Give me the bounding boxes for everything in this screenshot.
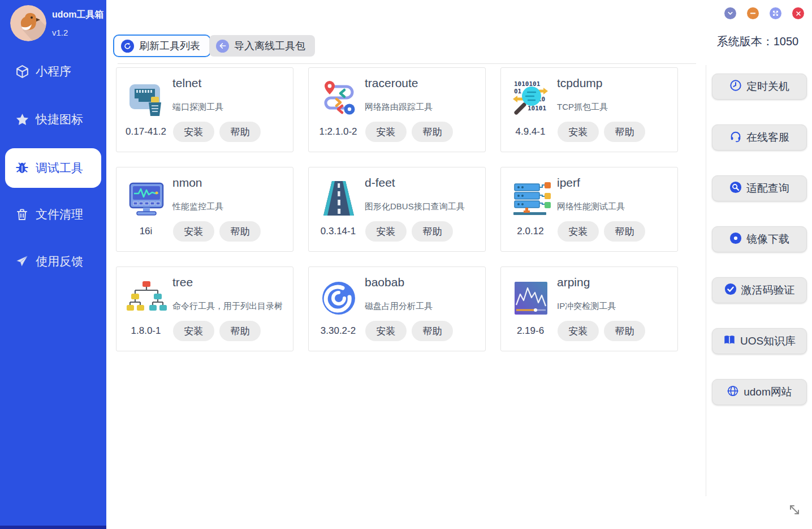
image-download-button[interactable]: 镜像下载: [712, 226, 807, 252]
tool-name: d-feet: [365, 176, 395, 190]
online-support-button[interactable]: 在线客服: [712, 124, 807, 150]
tool-card-dfeet: d-feet 图形化DBUS接口查询工具 0.3.14-1 安装 帮助: [308, 167, 486, 252]
svg-text:1010101: 1010101: [514, 80, 541, 88]
tool-card-nmon: nmon 性能监控工具 16i 安装 帮助: [116, 167, 293, 252]
help-button[interactable]: 帮助: [604, 321, 645, 341]
sidebar-item-file-cleanup[interactable]: 文件清理: [0, 201, 106, 228]
tool-version: 16i: [120, 226, 172, 237]
help-button[interactable]: 帮助: [219, 221, 261, 242]
svg-text:10101: 10101: [528, 105, 546, 112]
import-offline-package-button[interactable]: 导入离线工具包: [209, 35, 315, 57]
help-button[interactable]: 帮助: [412, 221, 453, 242]
tool-version: 1.8.0-1: [120, 325, 172, 337]
install-button[interactable]: 安装: [173, 221, 214, 242]
right-panel-divider: [706, 65, 706, 496]
tool-name: iperf: [557, 176, 580, 190]
sidebar-item-feedback[interactable]: 使用反馈: [0, 248, 106, 275]
tool-description: 端口探测工具: [172, 100, 289, 113]
minimize-icon: [749, 10, 757, 17]
tool-card-traceroute: traceroute 网络路由跟踪工具 1:2.1.0-2 安装 帮助: [308, 67, 486, 152]
help-button[interactable]: 帮助: [604, 221, 645, 242]
telnet-icon: [126, 79, 167, 119]
tool-description: 网络性能测试工具: [557, 200, 673, 213]
install-button[interactable]: 安装: [365, 122, 407, 142]
sidebar-bottom-strip: [0, 526, 106, 529]
tool-name: traceroute: [365, 76, 418, 90]
side-button-label: 定时关机: [746, 79, 789, 94]
window-maximize-button[interactable]: [770, 7, 781, 19]
tool-description: 磁盘占用分析工具: [365, 299, 481, 312]
tool-card-arping: arping IP冲突检测工具 2.19-6 安装 帮助: [500, 266, 678, 351]
window-close-button[interactable]: [792, 7, 804, 19]
refresh-tool-list-button[interactable]: 刷新工具列表: [113, 35, 211, 57]
tool-name: arping: [557, 276, 590, 289]
sidebar-item-miniprogram[interactable]: 小程序: [0, 58, 106, 85]
app-title: udom工具箱: [52, 9, 104, 21]
baobab-icon: [318, 278, 359, 319]
tool-description: TCP抓包工具: [557, 100, 673, 113]
tool-description: 网络路由跟踪工具: [365, 100, 481, 113]
tool-description: 图形化DBUS接口查询工具: [365, 200, 481, 213]
resize-diagonal-icon: [786, 501, 803, 518]
toolbar-divider: [118, 63, 696, 64]
tool-name: baobab: [365, 276, 404, 289]
window-minimize-button[interactable]: [747, 7, 759, 19]
install-button[interactable]: 安装: [173, 321, 214, 341]
help-button[interactable]: 帮助: [219, 321, 261, 341]
search-icon: [729, 181, 742, 196]
tool-card-grid: telnet 端口探测工具 0.17-41.2 安装 帮助 traceroute…: [116, 67, 681, 351]
tool-name: tree: [172, 276, 193, 289]
help-button[interactable]: 帮助: [412, 122, 453, 142]
tool-version: 2.19-6: [504, 325, 556, 337]
cube-icon: [15, 64, 29, 79]
install-button[interactable]: 安装: [558, 221, 599, 242]
install-button[interactable]: 安装: [365, 321, 407, 341]
activation-code-button[interactable]: 激活码验证: [712, 277, 807, 303]
tool-description: 性能监控工具: [172, 200, 289, 213]
star-icon: [15, 112, 29, 127]
install-button[interactable]: 安装: [173, 122, 214, 142]
tool-name: tcpdump: [557, 76, 603, 90]
side-button-label: UOS知识库: [740, 334, 796, 349]
sidebar-item-label: 快捷图标: [36, 111, 83, 127]
install-button[interactable]: 安装: [365, 221, 407, 242]
sidebar-item-label: 使用反馈: [36, 253, 83, 269]
book-icon: [723, 334, 736, 349]
close-icon: [795, 10, 802, 17]
arping-icon: [511, 278, 551, 319]
udom-website-button[interactable]: udom网站: [712, 379, 807, 405]
avatar: [10, 5, 46, 41]
tool-version: 2.0.12: [504, 226, 556, 237]
chevron-down-icon: [727, 10, 734, 17]
clock-icon: [729, 79, 742, 94]
headset-icon: [729, 130, 742, 145]
tool-version: 0.17-41.2: [120, 126, 172, 137]
system-version: 系统版本：1050: [708, 34, 807, 49]
scheduled-shutdown-button[interactable]: 定时关机: [712, 74, 807, 100]
tool-description: IP冲突检测工具: [557, 299, 673, 312]
nmon-icon: [126, 178, 167, 219]
help-button[interactable]: 帮助: [412, 321, 453, 341]
tool-version: 0.3.14-1: [312, 226, 364, 237]
tool-card-tree: tree 命令行工具，用于列出目录树 1.8.0-1 安装 帮助: [116, 266, 293, 351]
expand-icon: [772, 10, 779, 17]
uos-knowledge-base-button[interactable]: UOS知识库: [712, 328, 807, 354]
sidebar-item-debug-tools[interactable]: 调试工具: [5, 148, 101, 188]
install-button[interactable]: 安装: [558, 321, 599, 341]
side-button-label: 激活码验证: [741, 283, 795, 298]
tree-icon: [126, 278, 167, 319]
window-resize-handle[interactable]: [786, 501, 803, 518]
app-version: v1.2: [52, 28, 68, 37]
globe-icon: [727, 385, 739, 400]
tool-name: telnet: [172, 76, 201, 90]
help-button[interactable]: 帮助: [604, 122, 645, 142]
tool-version: 3.30.2-2: [312, 325, 364, 337]
help-button[interactable]: 帮助: [219, 122, 261, 142]
compatibility-query-button[interactable]: 适配查询: [712, 175, 807, 201]
check-icon: [724, 283, 737, 298]
side-button-label: 适配查询: [746, 181, 789, 196]
install-button[interactable]: 安装: [558, 122, 599, 142]
sidebar-item-shortcuts[interactable]: 快捷图标: [0, 106, 106, 133]
window-collapse-button[interactable]: [724, 7, 736, 19]
refresh-button-label: 刷新工具列表: [139, 39, 200, 53]
